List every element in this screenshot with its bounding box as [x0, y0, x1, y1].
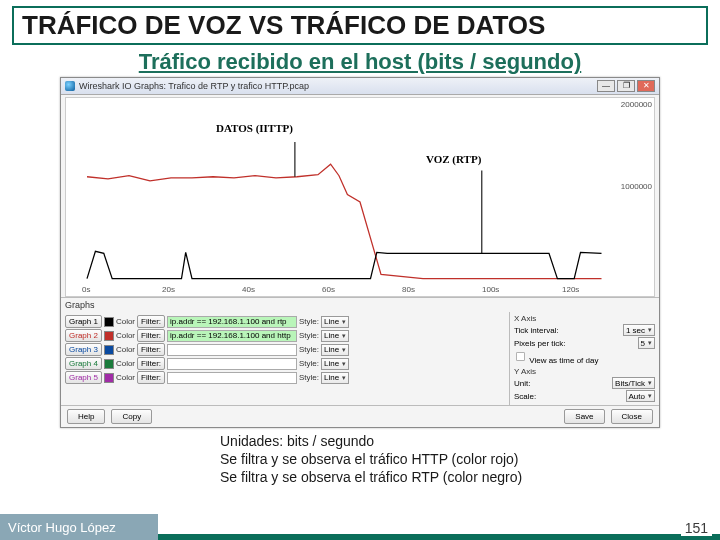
minimize-button[interactable]: —	[597, 80, 615, 92]
caption: Unidades: bits / segundo Se filtra y se …	[220, 432, 720, 487]
graph5-color-swatch[interactable]	[104, 373, 114, 383]
close-button[interactable]: ✕	[637, 80, 655, 92]
graphs-left: Graph 1 Color Filter: Style: Line Graph …	[61, 312, 509, 405]
label-http: DATOS (IITTP)	[216, 122, 293, 134]
style-label: Style:	[299, 345, 319, 354]
graph5-filter-button[interactable]: Filter:	[137, 371, 165, 384]
style-label: Style:	[299, 317, 319, 326]
author-badge: Víctor Hugo López	[0, 514, 158, 540]
graph4-button[interactable]: Graph 4	[65, 357, 102, 370]
graph4-filter-input[interactable]	[167, 358, 297, 370]
series-rtp	[87, 251, 602, 278]
xtick-60: 60s	[322, 285, 335, 294]
graph-row-5: Graph 5 Color Filter: Style: Line	[65, 371, 505, 384]
graph3-filter-input[interactable]	[167, 344, 297, 356]
view-time-checkbox[interactable]: View as time of day	[514, 350, 598, 365]
caption-line-3: Se filtra y se observa el tráfico RTP (c…	[220, 468, 720, 486]
graph4-color-swatch[interactable]	[104, 359, 114, 369]
graph2-filter-input[interactable]	[167, 330, 297, 342]
page-number: 151	[681, 520, 712, 536]
graph3-button[interactable]: Graph 3	[65, 343, 102, 356]
xtick-40: 40s	[242, 285, 255, 294]
caption-line-1: Unidades: bits / segundo	[220, 432, 720, 450]
plot-svg	[66, 98, 654, 297]
tick-interval-select[interactable]: 1 sec	[623, 324, 655, 336]
graph3-color-swatch[interactable]	[104, 345, 114, 355]
graph1-button[interactable]: Graph 1	[65, 315, 102, 328]
xtick-80: 80s	[402, 285, 415, 294]
caption-line-2: Se filtra y se observa el tráfico HTTP (…	[220, 450, 720, 468]
graph1-filter-button[interactable]: Filter:	[137, 315, 165, 328]
xaxis-title: X Axis	[514, 314, 655, 323]
graph2-button[interactable]: Graph 2	[65, 329, 102, 342]
color-label: Color	[116, 345, 135, 354]
graph5-filter-input[interactable]	[167, 372, 297, 384]
style-label: Style:	[299, 359, 319, 368]
ytick-1m: 1000000	[621, 182, 652, 191]
maximize-button[interactable]: ❐	[617, 80, 635, 92]
xtick-100: 100s	[482, 285, 499, 294]
graph4-style-select[interactable]: Line	[321, 358, 349, 370]
graph3-style-select[interactable]: Line	[321, 344, 349, 356]
wireshark-window: Wireshark IO Graphs: Trafico de RTP y tr…	[60, 77, 660, 428]
dialog-buttons: Help Copy Save Close	[61, 405, 659, 427]
graph2-style-select[interactable]: Line	[321, 330, 349, 342]
graph3-filter-button[interactable]: Filter:	[137, 343, 165, 356]
graphs-panel: Graph 1 Color Filter: Style: Line Graph …	[61, 312, 659, 405]
axis-panel: X Axis Tick interval:1 sec Pixels per ti…	[509, 312, 659, 405]
graph1-style-select[interactable]: Line	[321, 316, 349, 328]
ytick-2m: 2000000	[621, 100, 652, 109]
graph-row-2: Graph 2 Color Filter: Style: Line	[65, 329, 505, 342]
scale-select[interactable]: Auto	[626, 390, 655, 402]
graphs-section-label: Graphs	[61, 297, 659, 312]
graph2-filter-button[interactable]: Filter:	[137, 329, 165, 342]
slide-subtitle: Tráfico recibido en el host (bits / segu…	[0, 49, 720, 75]
window-titlebar[interactable]: Wireshark IO Graphs: Trafico de RTP y tr…	[61, 78, 659, 95]
unit-select[interactable]: Bits/Tick	[612, 377, 655, 389]
style-label: Style:	[299, 373, 319, 382]
xtick-0: 0s	[82, 285, 90, 294]
graph2-color-swatch[interactable]	[104, 331, 114, 341]
color-label: Color	[116, 359, 135, 368]
color-label: Color	[116, 373, 135, 382]
graph-row-4: Graph 4 Color Filter: Style: Line	[65, 357, 505, 370]
pixels-label: Pixels per tick:	[514, 339, 566, 348]
graph1-color-swatch[interactable]	[104, 317, 114, 327]
io-graph-plot[interactable]: DATOS (IITTP) VOZ (RTP) 2000000 1000000 …	[65, 97, 655, 297]
graph1-filter-input[interactable]	[167, 316, 297, 328]
series-http	[87, 164, 602, 278]
xtick-120: 120s	[562, 285, 579, 294]
save-button[interactable]: Save	[564, 409, 604, 424]
slide-title: TRÁFICO DE VOZ VS TRÁFICO DE DATOS	[22, 10, 545, 40]
tick-interval-label: Tick interval:	[514, 326, 559, 335]
graph4-filter-button[interactable]: Filter:	[137, 357, 165, 370]
close-dialog-button[interactable]: Close	[611, 409, 653, 424]
copy-button[interactable]: Copy	[111, 409, 152, 424]
scale-label: Scale:	[514, 392, 536, 401]
unit-label: Unit:	[514, 379, 530, 388]
color-label: Color	[116, 331, 135, 340]
graph5-button[interactable]: Graph 5	[65, 371, 102, 384]
yaxis-title: Y Axis	[514, 367, 655, 376]
pixels-select[interactable]: 5	[638, 337, 655, 349]
wireshark-icon	[65, 81, 75, 91]
style-label: Style:	[299, 331, 319, 340]
slide-footer: Víctor Hugo López 151	[0, 514, 720, 540]
xtick-20: 20s	[162, 285, 175, 294]
label-rtp: VOZ (RTP)	[426, 153, 481, 165]
graph-row-1: Graph 1 Color Filter: Style: Line	[65, 315, 505, 328]
color-label: Color	[116, 317, 135, 326]
graph-row-3: Graph 3 Color Filter: Style: Line	[65, 343, 505, 356]
window-title: Wireshark IO Graphs: Trafico de RTP y tr…	[79, 81, 595, 91]
view-time-text: View as time of day	[529, 356, 598, 365]
slide-title-box: TRÁFICO DE VOZ VS TRÁFICO DE DATOS	[12, 6, 708, 45]
graph5-style-select[interactable]: Line	[321, 372, 349, 384]
help-button[interactable]: Help	[67, 409, 105, 424]
view-time-input[interactable]	[516, 352, 525, 361]
